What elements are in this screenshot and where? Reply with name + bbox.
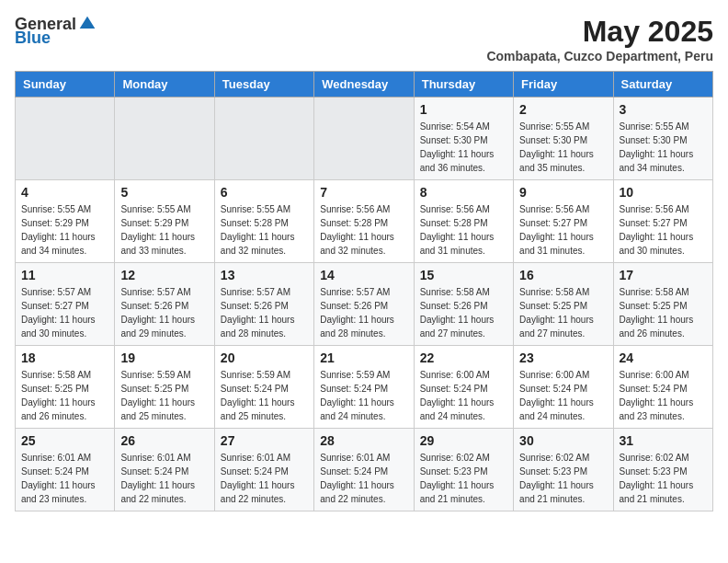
day-info: Sunrise: 5:57 AMSunset: 5:26 PMDaylight:… [320, 285, 407, 340]
col-header-sunday: Sunday [16, 72, 115, 98]
title-area: May 2025 Combapata, Cuzco Department, Pe… [486, 15, 713, 63]
calendar-cell: 31Sunrise: 6:02 AMSunset: 5:23 PMDayligh… [613, 429, 712, 511]
calendar-cell: 25Sunrise: 6:01 AMSunset: 5:24 PMDayligh… [16, 429, 115, 511]
calendar-cell: 3Sunrise: 5:55 AMSunset: 5:30 PMDaylight… [613, 98, 712, 180]
day-number: 8 [420, 185, 507, 200]
calendar-cell: 17Sunrise: 5:58 AMSunset: 5:25 PMDayligh… [613, 263, 712, 346]
calendar-cell: 9Sunrise: 5:56 AMSunset: 5:27 PMDaylight… [514, 180, 613, 263]
day-info: Sunrise: 6:00 AMSunset: 5:24 PMDaylight:… [519, 368, 607, 423]
calendar-cell: 20Sunrise: 5:59 AMSunset: 5:24 PMDayligh… [214, 346, 313, 429]
day-number: 28 [320, 433, 407, 448]
day-number: 11 [21, 268, 108, 282]
day-info: Sunrise: 6:02 AMSunset: 5:23 PMDaylight:… [620, 451, 707, 506]
svg-marker-0 [80, 17, 96, 29]
day-number: 31 [620, 433, 707, 448]
day-number: 12 [120, 268, 208, 282]
day-number: 27 [221, 433, 308, 448]
calendar-cell: 28Sunrise: 6:01 AMSunset: 5:24 PMDayligh… [314, 429, 414, 511]
calendar-table: SundayMondayTuesdayWednesdayThursdayFrid… [15, 71, 713, 511]
calendar-cell [314, 98, 414, 180]
day-info: Sunrise: 5:59 AMSunset: 5:24 PMDaylight:… [221, 368, 308, 423]
day-number: 9 [519, 185, 607, 200]
calendar-cell [16, 98, 115, 180]
calendar-cell: 4Sunrise: 5:55 AMSunset: 5:29 PMDaylight… [16, 180, 115, 263]
calendar-cell: 10Sunrise: 5:56 AMSunset: 5:27 PMDayligh… [613, 180, 712, 263]
day-info: Sunrise: 5:55 AMSunset: 5:29 PMDaylight:… [21, 202, 108, 258]
day-number: 24 [620, 350, 707, 365]
calendar-cell: 5Sunrise: 5:55 AMSunset: 5:29 PMDaylight… [115, 180, 214, 263]
day-info: Sunrise: 5:54 AMSunset: 5:30 PMDaylight:… [420, 120, 507, 175]
calendar-cell: 26Sunrise: 6:01 AMSunset: 5:24 PMDayligh… [115, 429, 214, 511]
day-info: Sunrise: 6:01 AMSunset: 5:24 PMDaylight:… [320, 451, 407, 506]
day-number: 2 [519, 102, 607, 117]
calendar-cell: 18Sunrise: 5:58 AMSunset: 5:25 PMDayligh… [16, 346, 115, 429]
day-info: Sunrise: 6:01 AMSunset: 5:24 PMDaylight:… [221, 451, 308, 506]
calendar-cell: 27Sunrise: 6:01 AMSunset: 5:24 PMDayligh… [214, 429, 313, 511]
day-number: 13 [221, 268, 308, 282]
day-info: Sunrise: 5:58 AMSunset: 5:25 PMDaylight:… [620, 285, 707, 340]
calendar-week-row: 11Sunrise: 5:57 AMSunset: 5:27 PMDayligh… [16, 263, 713, 346]
day-number: 23 [519, 350, 607, 365]
day-info: Sunrise: 6:01 AMSunset: 5:24 PMDaylight:… [21, 451, 108, 506]
day-info: Sunrise: 5:57 AMSunset: 5:26 PMDaylight:… [120, 285, 208, 340]
location-subtitle: Combapata, Cuzco Department, Peru [486, 49, 713, 63]
calendar-cell [214, 98, 313, 180]
day-number: 22 [420, 350, 507, 365]
calendar-cell: 16Sunrise: 5:58 AMSunset: 5:25 PMDayligh… [514, 263, 613, 346]
calendar-header-row: SundayMondayTuesdayWednesdayThursdayFrid… [16, 72, 713, 98]
day-number: 15 [420, 268, 507, 282]
day-info: Sunrise: 6:00 AMSunset: 5:24 PMDaylight:… [620, 368, 707, 423]
day-number: 18 [21, 350, 108, 365]
calendar-cell: 1Sunrise: 5:54 AMSunset: 5:30 PMDaylight… [414, 98, 513, 180]
calendar-cell: 24Sunrise: 6:00 AMSunset: 5:24 PMDayligh… [613, 346, 712, 429]
month-year-title: May 2025 [486, 15, 713, 49]
calendar-cell: 12Sunrise: 5:57 AMSunset: 5:26 PMDayligh… [115, 263, 214, 346]
day-info: Sunrise: 6:02 AMSunset: 5:23 PMDaylight:… [420, 451, 507, 506]
calendar-cell: 30Sunrise: 6:02 AMSunset: 5:23 PMDayligh… [514, 429, 613, 511]
day-number: 14 [320, 268, 407, 282]
day-info: Sunrise: 5:58 AMSunset: 5:26 PMDaylight:… [420, 285, 507, 340]
col-header-tuesday: Tuesday [214, 72, 313, 98]
day-info: Sunrise: 5:56 AMSunset: 5:28 PMDaylight:… [320, 202, 407, 258]
day-number: 29 [420, 433, 507, 448]
day-info: Sunrise: 6:00 AMSunset: 5:24 PMDaylight:… [420, 368, 507, 423]
day-info: Sunrise: 5:58 AMSunset: 5:25 PMDaylight:… [21, 368, 108, 423]
day-number: 5 [120, 185, 208, 200]
day-info: Sunrise: 5:55 AMSunset: 5:29 PMDaylight:… [120, 202, 208, 258]
calendar-cell: 22Sunrise: 6:00 AMSunset: 5:24 PMDayligh… [414, 346, 513, 429]
col-header-wednesday: Wednesday [314, 72, 414, 98]
day-info: Sunrise: 5:57 AMSunset: 5:26 PMDaylight:… [221, 285, 308, 340]
day-info: Sunrise: 5:56 AMSunset: 5:27 PMDaylight:… [519, 202, 607, 258]
day-number: 3 [620, 102, 707, 117]
day-info: Sunrise: 5:55 AMSunset: 5:30 PMDaylight:… [620, 120, 707, 175]
day-number: 26 [120, 433, 208, 448]
day-number: 1 [420, 102, 507, 117]
calendar-cell: 13Sunrise: 5:57 AMSunset: 5:26 PMDayligh… [214, 263, 313, 346]
header: General Blue May 2025 Combapata, Cuzco D… [15, 15, 713, 63]
day-number: 25 [21, 433, 108, 448]
day-number: 6 [221, 185, 308, 200]
calendar-week-row: 1Sunrise: 5:54 AMSunset: 5:30 PMDaylight… [16, 98, 713, 180]
calendar-week-row: 4Sunrise: 5:55 AMSunset: 5:29 PMDaylight… [16, 180, 713, 263]
calendar-cell: 2Sunrise: 5:55 AMSunset: 5:30 PMDaylight… [514, 98, 613, 180]
calendar-cell: 23Sunrise: 6:00 AMSunset: 5:24 PMDayligh… [514, 346, 613, 429]
day-info: Sunrise: 5:56 AMSunset: 5:28 PMDaylight:… [420, 202, 507, 258]
day-info: Sunrise: 5:55 AMSunset: 5:28 PMDaylight:… [221, 202, 308, 258]
calendar-cell: 7Sunrise: 5:56 AMSunset: 5:28 PMDaylight… [314, 180, 414, 263]
calendar-week-row: 18Sunrise: 5:58 AMSunset: 5:25 PMDayligh… [16, 346, 713, 429]
day-number: 20 [221, 350, 308, 365]
day-info: Sunrise: 5:59 AMSunset: 5:24 PMDaylight:… [320, 368, 407, 423]
day-number: 17 [620, 268, 707, 282]
calendar-cell: 19Sunrise: 5:59 AMSunset: 5:25 PMDayligh… [115, 346, 214, 429]
day-number: 10 [620, 185, 707, 200]
day-info: Sunrise: 5:58 AMSunset: 5:25 PMDaylight:… [519, 285, 607, 340]
calendar-cell: 29Sunrise: 6:02 AMSunset: 5:23 PMDayligh… [414, 429, 513, 511]
day-info: Sunrise: 5:56 AMSunset: 5:27 PMDaylight:… [620, 202, 707, 258]
calendar-cell: 11Sunrise: 5:57 AMSunset: 5:27 PMDayligh… [16, 263, 115, 346]
day-number: 7 [320, 185, 407, 200]
calendar-cell: 6Sunrise: 5:55 AMSunset: 5:28 PMDaylight… [214, 180, 313, 263]
calendar-week-row: 25Sunrise: 6:01 AMSunset: 5:24 PMDayligh… [16, 429, 713, 511]
day-info: Sunrise: 5:57 AMSunset: 5:27 PMDaylight:… [21, 285, 108, 340]
calendar-cell [115, 98, 214, 180]
calendar-cell: 21Sunrise: 5:59 AMSunset: 5:24 PMDayligh… [314, 346, 414, 429]
